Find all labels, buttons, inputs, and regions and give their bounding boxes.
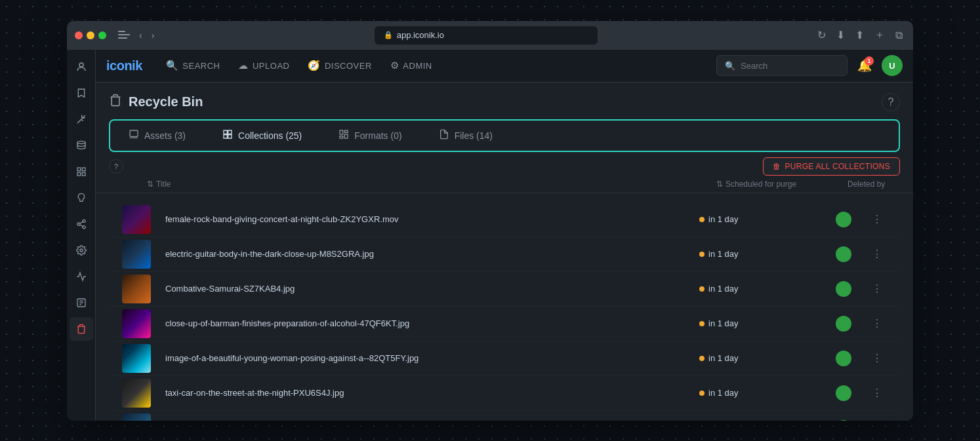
table-body: female-rock-band-giving-concert-at-night… [96,202,913,421]
nav-discover[interactable]: 🧭 DISCOVER [300,56,379,75]
collections-tab-icon [222,129,233,142]
thumbnail-2 [122,240,151,269]
minimize-button[interactable] [87,31,94,39]
maximize-button[interactable] [98,31,106,39]
svg-rect-16 [130,130,138,136]
forward-button[interactable]: › [149,29,157,42]
nav-search[interactable]: 🔍 SEARCH [158,56,228,75]
sidebar-item-bookmark[interactable] [70,81,93,105]
page-title-area: Recycle Bin [109,94,203,110]
file-name-3: Combative-Samurai-SZ7KAB4.jpg [165,284,694,294]
purge-status-3: in 1 day [699,284,830,294]
more-options-button-4[interactable]: ⋮ [867,316,887,331]
sidebar-item-trash[interactable] [70,317,93,341]
lock-icon: 🔒 [384,31,393,39]
sidebar [67,50,96,421]
purge-status-6: in 1 day [699,388,830,398]
sidebar-item-activity[interactable] [70,107,93,131]
more-options-button-5[interactable]: ⋮ [867,351,887,366]
sidebar-item-analytics[interactable] [70,265,93,288]
sidebar-item-report[interactable] [70,291,93,315]
table-row: close-up-of-barman-finishes-preparation-… [109,307,900,341]
nav-admin[interactable]: ⚙ ADMIN [382,56,440,75]
more-options-button-7[interactable]: ⋮ [867,420,887,421]
more-options-button-3[interactable]: ⋮ [867,281,887,296]
more-options-button-6[interactable]: ⋮ [867,385,887,400]
tab-collections-label: Collections (25) [238,130,302,141]
discover-nav-icon: 🧭 [308,60,321,71]
sidebar-item-charts[interactable] [70,160,93,183]
purge-time-6: in 1 day [708,388,739,398]
purge-all-label: PURGE ALL COLLECTIONS [785,162,890,171]
sidebar-item-database[interactable] [70,134,93,157]
table-row: Combative-Samurai-SZ7KAB4.jpg in 1 day ⋮ [109,272,900,307]
status-dot-3 [699,286,704,292]
thumbnail-1 [122,205,151,234]
nav-upload[interactable]: ☁ UPLOAD [230,56,297,75]
tabs-button[interactable]: ⧉ [893,28,905,43]
upload-nav-icon: ☁ [238,60,249,71]
browser-nav: ‹ › [136,29,157,42]
search-input[interactable] [741,61,839,71]
browser-actions: ↻ ⬇ ⬆ ＋ ⧉ [815,27,905,43]
formats-tab-icon [338,129,349,142]
refresh-button[interactable]: ↻ [815,28,828,43]
sidebar-item-share[interactable] [70,212,93,236]
search-icon: 🔍 [725,61,735,71]
sidebar-toggle-icon[interactable] [118,31,130,40]
share-browser-button[interactable]: ⬆ [853,28,867,43]
svg-point-11 [80,249,83,252]
close-button[interactable] [75,31,83,39]
notification-button[interactable]: 🔔 1 [854,55,875,76]
svg-point-0 [79,63,83,67]
tab-files[interactable]: Files (14) [420,121,511,151]
svg-point-7 [77,223,80,225]
svg-rect-5 [82,172,85,176]
page-help-button[interactable]: ? [882,93,900,111]
tabs-panel: Assets (3) Collections (25) [109,119,900,152]
tab-collections[interactable]: Collections (25) [204,121,320,151]
more-options-button-2[interactable]: ⋮ [867,246,887,261]
svg-point-6 [83,220,85,222]
purge-time-3: in 1 day [708,284,739,294]
svg-line-10 [79,221,83,223]
recycle-bin-icon [109,94,122,110]
tab-assets[interactable]: Assets (3) [110,121,204,151]
nav-upload-label: UPLOAD [253,61,289,71]
more-options-button-1[interactable]: ⋮ [867,212,887,227]
deleted-by-avatar-1 [836,212,851,227]
top-nav-right: 🔍 🔔 1 U [716,55,903,76]
address-bar-container: 🔒 app.iconik.io [163,26,808,45]
sidebar-item-settings[interactable] [70,239,93,262]
tab-formats[interactable]: Formats (0) [320,121,420,151]
svg-rect-3 [82,168,85,171]
browser-chrome: ‹ › 🔒 app.iconik.io ↻ ⬇ ⬆ ＋ ⧉ [67,21,913,50]
download-button[interactable]: ⬇ [834,28,847,43]
sort-purge-icon: ⇅ [716,180,723,189]
back-button[interactable]: ‹ [136,29,145,42]
sidebar-item-ai[interactable] [70,186,93,210]
top-nav: iconik 🔍 SEARCH ☁ UPLOAD 🧭 DISCOVER [96,50,913,83]
table-help-button[interactable]: ? [109,159,123,174]
purge-status-5: in 1 day [699,353,830,363]
table-row: image-of-a-beautiful-young-woman-posing-… [109,341,900,376]
browser-window: ‹ › 🔒 app.iconik.io ↻ ⬇ ⬆ ＋ ⧉ [67,21,913,421]
thumbnail-6 [122,379,151,408]
new-tab-button[interactable]: ＋ [872,27,888,43]
nav-search-label: SEARCH [182,61,220,71]
file-name-5: image-of-a-beautiful-young-woman-posing-… [165,353,694,363]
files-tab-icon [439,129,449,142]
nav-items: 🔍 SEARCH ☁ UPLOAD 🧭 DISCOVER ⚙ [158,56,440,75]
title-column-header: ⇅ Title [109,180,716,189]
address-bar[interactable]: 🔒 app.iconik.io [375,26,598,45]
table-row: closeup-aerial-top-down-cars-ride-at-nig… [109,411,900,421]
sidebar-item-user[interactable] [70,55,93,79]
purge-status-4: in 1 day [699,318,830,328]
user-avatar[interactable]: U [882,55,903,76]
file-name-4: close-up-of-barman-finishes-preparation-… [165,318,694,328]
purge-all-button[interactable]: 🗑 PURGE ALL COLLECTIONS [763,157,900,176]
thumbnail-5 [122,344,151,373]
file-name-1: female-rock-band-giving-concert-at-night… [165,214,694,224]
search-bar[interactable]: 🔍 [716,55,847,76]
deleted-by-avatar-6 [836,385,851,401]
